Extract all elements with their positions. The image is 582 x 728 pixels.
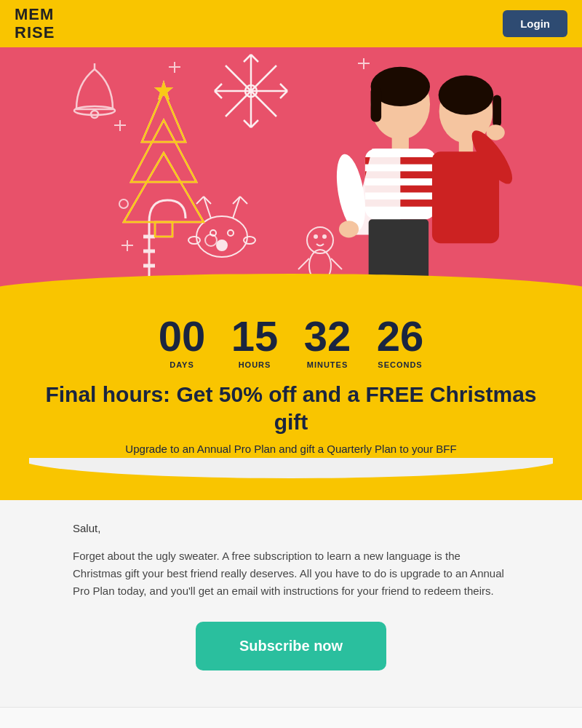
- login-button[interactable]: Login: [503, 10, 567, 37]
- svg-marker-1: [131, 120, 196, 182]
- svg-point-27: [217, 240, 227, 250]
- svg-line-13: [215, 84, 222, 91]
- promo-subtext: Upgrade to an Annual Pro Plan and gift a…: [29, 443, 553, 455]
- countdown-section: 00 DAYS 15 HOURS 32 MINUTES 26 SECONDS F…: [0, 295, 582, 500]
- svg-line-21: [204, 197, 211, 204]
- svg-line-22: [233, 197, 240, 218]
- svg-rect-62: [392, 136, 409, 150]
- svg-point-26: [228, 230, 234, 236]
- svg-line-23: [240, 197, 247, 204]
- subscribe-button[interactable]: Subscribe now: [196, 622, 386, 670]
- svg-line-15: [280, 84, 287, 91]
- svg-marker-55: [131, 120, 196, 182]
- footer: [0, 707, 582, 728]
- countdown-seconds: 26 SECONDS: [375, 315, 426, 369]
- svg-point-17: [245, 85, 257, 97]
- body-text: Forget about the ugly sweater. A free su…: [73, 547, 509, 600]
- svg-point-72: [339, 221, 359, 237]
- hero-people: [291, 62, 524, 295]
- svg-line-9: [244, 55, 251, 62]
- svg-line-16: [280, 91, 287, 98]
- svg-point-41: [74, 106, 115, 115]
- svg-line-7: [226, 66, 276, 116]
- countdown-row: 00 DAYS 15 HOURS 32 MINUTES 26 SECONDS: [29, 315, 553, 369]
- svg-marker-58: [154, 80, 173, 100]
- svg-line-12: [251, 120, 258, 127]
- countdown-minutes: 32 MINUTES: [302, 315, 353, 369]
- svg-rect-77: [459, 141, 473, 153]
- svg-point-25: [210, 230, 216, 236]
- svg-line-20: [196, 197, 204, 204]
- svg-rect-61: [371, 87, 382, 122]
- svg-marker-0: [142, 91, 186, 142]
- svg-point-75: [439, 75, 494, 114]
- navbar: MEM RISE Login: [0, 0, 582, 47]
- hero-banner: [0, 47, 582, 295]
- svg-marker-56: [124, 153, 204, 222]
- promo-headline: Final hours: Get 50% off and a FREE Chri…: [29, 381, 553, 435]
- svg-point-53: [119, 199, 128, 208]
- svg-line-14: [215, 91, 222, 98]
- svg-point-42: [91, 111, 98, 118]
- svg-line-8: [226, 66, 276, 116]
- people-svg: [291, 62, 524, 295]
- svg-marker-2: [124, 153, 204, 222]
- svg-line-24: [233, 197, 240, 204]
- svg-rect-3: [155, 222, 172, 237]
- svg-line-19: [204, 197, 211, 218]
- svg-point-28: [188, 237, 200, 244]
- svg-point-18: [196, 216, 247, 257]
- countdown-days: 00 DAYS: [156, 315, 207, 369]
- svg-rect-57: [155, 222, 172, 237]
- svg-rect-76: [493, 95, 501, 127]
- svg-point-52: [205, 234, 217, 246]
- subscribe-button-wrapper: Subscribe now: [73, 622, 509, 670]
- logo: MEM RISE: [15, 6, 55, 41]
- svg-marker-4: [154, 80, 173, 100]
- greeting-text: Salut,: [73, 522, 509, 534]
- svg-point-29: [244, 237, 255, 244]
- countdown-hours: 15 HOURS: [229, 315, 280, 369]
- svg-line-11: [244, 120, 251, 127]
- svg-line-10: [251, 55, 258, 62]
- content-area: Salut, Forget about the ugly sweater. A …: [0, 500, 582, 707]
- svg-marker-54: [142, 91, 186, 142]
